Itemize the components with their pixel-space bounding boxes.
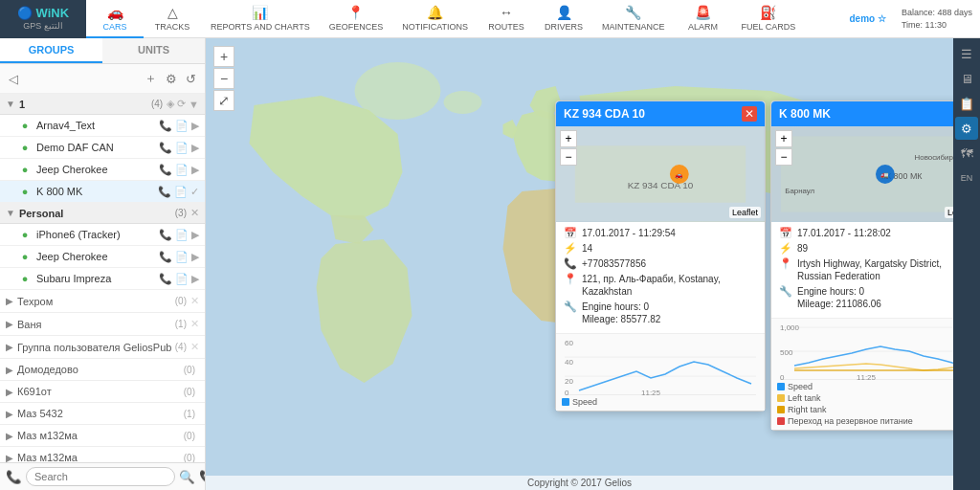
group-close-btn[interactable]: ✕ xyxy=(190,207,199,219)
refresh-button[interactable]: ↺ xyxy=(183,68,199,89)
group-more-btn[interactable]: ▼ xyxy=(189,98,199,110)
group-name: Маз 5432 xyxy=(17,408,184,419)
zoom-out-button[interactable]: − xyxy=(213,68,234,89)
popup-leaflet-label-k800: Leaflet xyxy=(945,207,953,218)
vehicle-call-btn[interactable]: 📞 xyxy=(158,186,171,198)
map-area[interactable]: KZ K8 Demo DAF K 800 + − ⤢ KZ 934 CDA 10… xyxy=(206,38,953,490)
group-arrow-collapsed: ▶ xyxy=(6,431,13,441)
vehicle-track-btn[interactable]: 📄 xyxy=(175,229,189,241)
vehicle-call-btn[interactable]: 📞 xyxy=(159,273,172,285)
group-name: Домодедово xyxy=(17,364,184,375)
right-panel-monitor-btn[interactable]: 🖥 xyxy=(955,67,978,90)
group-tehrpom[interactable]: ▶ Техром (0) ✕ xyxy=(0,290,205,313)
svg-text:60: 60 xyxy=(565,339,573,347)
right-panel-settings-btn[interactable]: ⚙ xyxy=(955,117,978,140)
vehicle-call-btn[interactable]: 📞 xyxy=(159,251,172,263)
vehicle-track-btn[interactable]: 📄 xyxy=(175,273,189,285)
vehicle-call-btn[interactable]: 📞 xyxy=(159,229,172,241)
group-count-all: (4) xyxy=(151,99,163,109)
group-gelios[interactable]: ▶ Группа пользователя GeliosPub (4) ✕ xyxy=(0,336,205,359)
settings-button[interactable]: ⚙ xyxy=(163,68,180,89)
call-btn[interactable]: 📞 xyxy=(199,470,206,484)
group-mazm132a[interactable]: ▶ Маз м132ма (0) xyxy=(0,425,205,447)
nav-item-alarm[interactable]: 🚨 ALARM xyxy=(675,0,732,38)
popup-zoom-out[interactable]: − xyxy=(560,148,577,166)
group-header-personal[interactable]: ▼ Personal (3) ✕ xyxy=(0,203,205,224)
popup-kz934: KZ 934 CDA 10 ✕ KZ 934 CDA 10 🚗 + xyxy=(555,100,766,412)
vehicle-status-icon: ● xyxy=(17,271,33,286)
tab-units[interactable]: UNITS xyxy=(102,38,205,63)
vehicle-arnav[interactable]: ● Arnav4_Text 📞 📄 ▶ xyxy=(0,115,205,137)
right-panel-lang-btn[interactable]: EN xyxy=(955,167,978,189)
collapse-all-button[interactable]: ◁ xyxy=(6,70,21,88)
vehicle-daf[interactable]: ● Demo DAF CAN 📞 📄 ▶ xyxy=(0,137,205,159)
search-btn[interactable]: 🔍 xyxy=(179,470,195,484)
vehicle-call-btn[interactable]: 📞 xyxy=(159,120,172,132)
vehicle-track-btn[interactable]: 📄 xyxy=(175,120,189,132)
nav-item-tracks[interactable]: △ TRACKS xyxy=(144,0,201,38)
svg-text:🚛: 🚛 xyxy=(880,170,889,179)
vehicle-track-btn[interactable]: 📄 xyxy=(175,142,189,154)
right-panel-menu-btn[interactable]: ☰ xyxy=(955,42,978,65)
popup-map-kz934[interactable]: KZ 934 CDA 10 🚗 + − Leaflet xyxy=(556,126,765,222)
right-panel-map-btn[interactable]: 🗺 xyxy=(955,142,978,165)
vehicle-name: K 800 MK xyxy=(36,186,158,197)
nav-item-maintenance[interactable]: 🔧 MAINTENANCE xyxy=(592,0,675,38)
vehicle-more-btn[interactable]: ▶ xyxy=(191,273,199,285)
vehicle-call-btn[interactable]: 📞 xyxy=(159,164,172,176)
nav-item-cars[interactable]: 🚗 CARS xyxy=(86,0,144,38)
vehicle-call-btn[interactable]: 📞 xyxy=(159,142,172,154)
nav-item-fuel[interactable]: ⛽ FUEL CARDS xyxy=(732,0,806,38)
nav-item-notifications[interactable]: 🔔 NOTIFICATIONS xyxy=(392,0,478,38)
svg-text:0: 0 xyxy=(565,389,569,395)
phone-btn[interactable]: 📞 xyxy=(6,470,22,484)
vehicle-more-btn[interactable]: ▶ xyxy=(191,229,199,241)
group-k691[interactable]: ▶ К691от (0) xyxy=(0,381,205,403)
vehicle-more-btn[interactable]: ▶ xyxy=(191,251,199,263)
nav-label-cars: CARS xyxy=(102,22,126,32)
popup-zoom-in-k800[interactable]: + xyxy=(775,130,792,147)
group-maz5432[interactable]: ▶ Маз 5432 (1) xyxy=(0,403,205,425)
popup-zoom-in[interactable]: + xyxy=(560,130,577,147)
vehicle-track-btn[interactable]: 📄 xyxy=(174,186,188,198)
add-group-button[interactable]: ＋ xyxy=(142,68,160,89)
vehicle-more-btn[interactable]: ✓ xyxy=(190,186,199,198)
group-mazm132b[interactable]: ▶ Маз м132ма (0) xyxy=(0,447,205,462)
copyright: Copyright © 2017 Gelios xyxy=(206,476,953,490)
vehicle-track-btn[interactable]: 📄 xyxy=(175,164,189,176)
vehicle-jeep1[interactable]: ● Jeep Cherokee 📞 📄 ▶ xyxy=(0,159,205,181)
nav-item-geofences[interactable]: 📍 GEOFENCES xyxy=(320,0,393,38)
vehicle-iphone[interactable]: ● iPhone6 (Tracker) 📞 📄 ▶ xyxy=(0,224,205,246)
popup-close-kz934[interactable]: ✕ xyxy=(742,106,757,122)
vehicle-k800[interactable]: ● K 800 MK 📞 📄 ✓ xyxy=(0,181,205,203)
nav-item-drivers[interactable]: 👤 DRIVERS xyxy=(535,0,592,38)
group-count: (0) xyxy=(184,387,195,397)
map-extend-button[interactable]: ⤢ xyxy=(213,90,234,111)
right-panel-list-btn[interactable]: 📋 xyxy=(955,92,978,115)
vehicle-more-btn[interactable]: ▶ xyxy=(191,142,199,154)
group-count-personal: (3) xyxy=(175,208,187,218)
zoom-in-button[interactable]: + xyxy=(213,46,234,67)
vehicle-more-btn[interactable]: ▶ xyxy=(191,120,199,132)
nav-item-reports[interactable]: 📊 REPORTS AND CHARTS xyxy=(201,0,320,38)
vehicle-jeep2[interactable]: ● Jeep Cherokee 📞 📄 ▶ xyxy=(0,246,205,268)
group-header-all[interactable]: ▼ 1 (4) ◈ ⟳ ▼ xyxy=(0,94,205,115)
popup-zoom-out-k800[interactable]: − xyxy=(775,148,792,166)
vehicle-more-btn[interactable]: ▶ xyxy=(191,164,199,176)
group-filter-btn[interactable]: ◈ xyxy=(167,98,174,110)
group-more-btn[interactable]: ✕ xyxy=(190,318,199,330)
search-input[interactable] xyxy=(26,467,175,486)
popup-address-row-k800: 📍 Irtysh Highway, Kargatsky District, Ru… xyxy=(779,257,953,282)
group-more-btn[interactable]: ✕ xyxy=(190,341,199,353)
vehicle-track-btn[interactable]: 📄 xyxy=(175,251,189,263)
popup-map-k800[interactable]: К 800 МК Новосибирск Барнаул 🚛 + − Leafl… xyxy=(771,126,953,222)
group-vanya[interactable]: ▶ Ваня (1) ✕ xyxy=(0,313,205,336)
group-more-btn[interactable]: ✕ xyxy=(190,295,199,307)
nav-item-routes[interactable]: ↔ ROUTES xyxy=(478,0,535,38)
group-domodedovo[interactable]: ▶ Домодедово (0) xyxy=(0,359,205,381)
popup-header-k800: K 800 MK ✕ xyxy=(771,101,953,126)
group-track-btn[interactable]: ⟳ xyxy=(177,98,186,110)
tab-groups[interactable]: GROUPS xyxy=(0,38,102,63)
vehicle-subaru[interactable]: ● Subaru Impreza 📞 📄 ▶ xyxy=(0,268,205,290)
vehicle-status-icon: ● xyxy=(17,162,33,177)
